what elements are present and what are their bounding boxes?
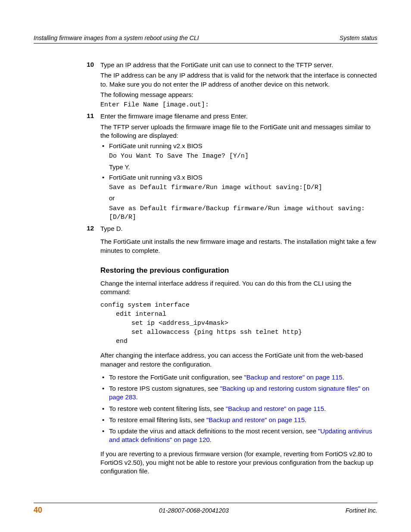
step-text: or <box>109 194 377 202</box>
paragraph: Change the internal interface address if… <box>100 279 377 297</box>
step-number: 10 <box>81 61 94 68</box>
item-text: To restore web content filtering lists, … <box>109 405 226 412</box>
step-text: Type Y. <box>109 163 377 171</box>
step-text: The IP address can be any IP address tha… <box>100 71 377 89</box>
item-text: . <box>305 416 306 423</box>
item-text: . <box>324 405 326 412</box>
step-text: Type an IP address that the FortiGate un… <box>100 61 377 69</box>
sub-bullet: FortiGate unit running v2.x BIOS <box>109 142 377 150</box>
page-number: 40 <box>34 506 42 515</box>
step-12: 12 Type D. The FortiGate unit installs t… <box>100 224 377 255</box>
paragraph: If you are reverting to a previous firmw… <box>100 450 377 476</box>
step-number: 12 <box>81 224 94 232</box>
main-content: 10 Type an IP address that the FortiGate… <box>100 61 377 476</box>
item-text: To restore IPS custom signatures, see <box>109 385 220 392</box>
header-left: Installing firmware images from a system… <box>34 34 199 41</box>
section-heading: Restoring the previous configuration <box>100 266 377 275</box>
sub-bullet: FortiGate unit running v3.x BIOS <box>109 173 377 182</box>
step-text: Type D. <box>100 224 377 233</box>
page-footer: 40 01-28007-0068-20041203 Fortinet Inc. <box>34 503 377 515</box>
link[interactable]: "Backup and restore" on page 115 <box>226 405 324 412</box>
page-header: Installing firmware images from a system… <box>34 34 377 44</box>
item-text: To update the virus and attack definitio… <box>109 427 318 435</box>
list-item: To restore the FortiGate unit configurat… <box>109 373 377 382</box>
code-line: Do You Want To Save The Image? [Y/n] <box>109 152 377 161</box>
step-body: Enter the firmware image filename and pr… <box>100 112 377 222</box>
step-text: The FortiGate unit installs the new firm… <box>100 237 377 255</box>
list-item: To update the virus and attack definitio… <box>109 427 377 445</box>
list-item: To restore web content filtering lists, … <box>109 404 377 413</box>
code-line: Enter File Name [image.out]: <box>100 101 377 109</box>
item-text: . <box>136 393 138 401</box>
step-text: Enter the firmware image filename and pr… <box>100 112 377 121</box>
company-name: Fortinet Inc. <box>346 507 377 514</box>
code-line: Save as Default firmware/Backup firmware… <box>109 205 377 222</box>
list-item: To restore email filtering lists, see "B… <box>109 416 377 424</box>
code-line: Save as Default firmware/Run image witho… <box>109 184 377 192</box>
item-text: . <box>342 373 344 381</box>
item-text: To restore email filtering lists, see <box>109 416 206 423</box>
step-11: 11 Enter the firmware image filename and… <box>100 112 377 222</box>
item-text: To restore the FortiGate unit configurat… <box>109 373 244 381</box>
step-text: The TFTP server uploads the firmware ima… <box>100 123 377 140</box>
document-id: 01-28007-0068-20041203 <box>159 507 229 514</box>
step-text: The following message appears: <box>100 90 377 99</box>
bullet-list: To restore the FortiGate unit configurat… <box>109 373 377 445</box>
link[interactable]: "Backup and restore" on page 115 <box>206 416 305 423</box>
header-right: System status <box>339 34 377 41</box>
step-number: 11 <box>81 112 94 119</box>
step-body: Type an IP address that the FortiGate un… <box>100 61 377 109</box>
link[interactable]: "Backup and restore" on page 115 <box>244 373 342 381</box>
code-block: config system interface edit internal se… <box>100 301 377 346</box>
item-text: . <box>210 436 212 443</box>
paragraph: After changing the interface address, yo… <box>100 351 377 369</box>
step-10: 10 Type an IP address that the FortiGate… <box>100 61 377 109</box>
list-item: To restore IPS custom signatures, see "B… <box>109 384 377 402</box>
step-body: Type D. The FortiGate unit installs the … <box>100 224 377 255</box>
